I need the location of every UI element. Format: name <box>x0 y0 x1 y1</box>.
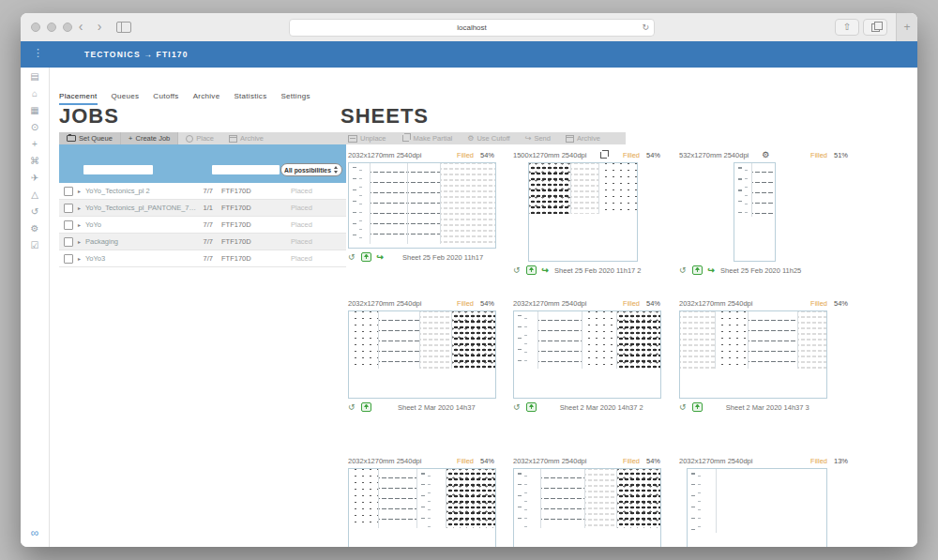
tab-archive[interactable]: Archive <box>193 92 220 105</box>
expand-caret-icon[interactable]: ▸ <box>78 188 85 194</box>
forward-icon[interactable]: ↪ <box>542 265 550 275</box>
sheet-card[interactable]: 1500x1270mm 2540dpiFilled54%↺↪Sheet 25 F… <box>506 149 672 275</box>
sheet-card[interactable]: 2032x1270mm 2540dpiFilled54%↺Sheet 2 Mar… <box>672 297 859 412</box>
job-row[interactable]: ▸YoYo7/7FTF170DPlaced <box>59 217 346 234</box>
sheets-make-partial-button[interactable]: Make Partial <box>394 132 461 144</box>
history-icon[interactable]: ↺ <box>348 252 356 262</box>
sheets-unplace-button[interactable]: Unplace <box>340 132 394 144</box>
sheet-preview[interactable] <box>679 310 827 399</box>
menu-kebab-icon[interactable]: ⋮ <box>33 47 43 59</box>
job-row[interactable]: ▸YoYo_Tectonics_pl_PANTONE_7626_C1/1FTF1… <box>59 200 346 217</box>
url-field[interactable]: localhost ↻ <box>289 19 655 37</box>
sheet-card[interactable]: 2032x1270mm 2540dpiFilled13% <box>672 455 859 547</box>
export-icon[interactable] <box>526 402 537 412</box>
sheet-preview[interactable] <box>734 162 776 262</box>
tab-overview-button[interactable] <box>863 19 887 36</box>
sheet-preview[interactable] <box>348 310 496 399</box>
job-name-filter-input[interactable] <box>83 165 153 174</box>
tasks-icon[interactable]: ☑ <box>21 237 49 253</box>
sheet-card[interactable]: 2032x1270mm 2540dpiFilled54% <box>340 455 506 547</box>
tab-queues[interactable]: Queues <box>112 92 140 105</box>
sheet-preview[interactable] <box>513 310 661 399</box>
jobs-archive-button[interactable]: Archive <box>221 132 271 144</box>
new-tab-button[interactable]: + <box>896 13 917 41</box>
register-icon[interactable]: + <box>21 136 49 152</box>
warning-icon[interactable]: △ <box>21 187 49 203</box>
link-icon[interactable]: ∞ <box>21 526 49 539</box>
job-checkbox[interactable] <box>64 187 73 196</box>
preview-column <box>570 163 598 214</box>
history-icon[interactable]: ↺ <box>513 265 521 275</box>
sheet-card[interactable]: 2032x1270mm 2540dpiFilled54%↺Sheet 2 Mar… <box>506 297 672 412</box>
print-icon[interactable]: ▦ <box>21 102 49 118</box>
history-icon[interactable]: ↺ <box>348 402 356 412</box>
send-icon: ↪ <box>525 134 532 143</box>
home-icon[interactable]: ⌂ <box>21 85 49 101</box>
tab-cutoffs[interactable]: Cutoffs <box>153 92 178 105</box>
job-checkbox[interactable] <box>64 220 73 230</box>
tab-settings[interactable]: Settings <box>280 92 310 105</box>
zoom-window-button[interactable] <box>63 23 72 32</box>
export-icon[interactable] <box>361 402 371 412</box>
power-icon[interactable]: ⊙ <box>21 119 49 135</box>
forward-icon[interactable]: ↪ <box>377 252 385 262</box>
share-button[interactable]: ⇧ <box>835 19 859 36</box>
sheets-use-cutoff-button[interactable]: ⚙Use Cutoff <box>460 132 517 144</box>
sheet-label: Sheet 2 Mar 2020 14h37 3 <box>708 403 827 412</box>
sheet-card[interactable]: 2032x1270mm 2540dpiFilled54%↺Sheet 2 Mar… <box>340 297 506 412</box>
preview-column <box>716 469 826 533</box>
sheet-card[interactable]: 2032x1270mm 2540dpiFilled54% <box>506 455 672 547</box>
history-icon[interactable]: ↺ <box>21 204 49 219</box>
job-row[interactable]: ▸YoYo_Tectonics_pl 27/7FTF170DPlaced <box>59 183 346 200</box>
tab-statistics[interactable]: Statistics <box>234 92 266 105</box>
sheet-card[interactable]: 532x1270mm 2540dpi⚙Filled51%↺↪Sheet 25 F… <box>672 149 859 275</box>
history-icon[interactable]: ↺ <box>513 402 521 412</box>
plane-icon[interactable]: ✈ <box>21 170 49 186</box>
expand-caret-icon[interactable]: ▸ <box>78 204 85 211</box>
sheet-preview[interactable] <box>348 162 496 249</box>
job-checkbox[interactable] <box>64 254 73 264</box>
jobs-set-queue-button[interactable]: Set Queue <box>59 132 121 144</box>
jobs-create-job-button[interactable]: +Create Job <box>121 132 178 144</box>
window-controls <box>31 23 72 32</box>
storage-icon[interactable]: ▤ <box>21 68 49 84</box>
tab-placement[interactable]: Placement <box>59 92 98 105</box>
history-icon[interactable]: ↺ <box>679 402 687 412</box>
sheet-preview[interactable] <box>348 468 496 547</box>
possibilities-select[interactable]: All possibilities <box>280 163 342 176</box>
sheet-preview[interactable] <box>528 162 638 262</box>
export-icon[interactable] <box>692 265 703 275</box>
job-device: FTF170D <box>221 220 274 229</box>
job-row[interactable]: ▸YoYo37/7FTF170DPlaced <box>59 250 346 267</box>
preview-column <box>748 311 797 369</box>
close-window-button[interactable] <box>31 23 40 32</box>
expand-caret-icon[interactable]: ▸ <box>78 221 85 228</box>
export-icon[interactable] <box>361 252 371 262</box>
job-device-filter-input[interactable] <box>212 165 280 174</box>
expand-caret-icon[interactable]: ▸ <box>78 255 85 262</box>
export-icon[interactable] <box>526 265 537 275</box>
jobs-place-button[interactable]: Place <box>178 132 221 144</box>
history-icon[interactable]: ↺ <box>679 265 687 275</box>
reload-icon[interactable]: ↻ <box>642 20 649 36</box>
workflow-icon[interactable]: ⌘ <box>21 153 49 169</box>
sheets-archive-button[interactable]: Archive <box>558 132 608 144</box>
sheets-send-button[interactable]: ↪Send <box>518 132 558 144</box>
sheet-preview[interactable] <box>513 468 661 547</box>
job-checkbox[interactable] <box>64 237 73 247</box>
back-button[interactable]: ‹ <box>73 18 88 35</box>
sheet-preview[interactable] <box>687 468 827 547</box>
sheet-card[interactable]: 2032x1270mm 2540dpiFilled54%↺↪Sheet 25 F… <box>340 149 506 275</box>
sheet-size: 1500x1270mm 2540dpi <box>513 151 586 159</box>
forward-icon[interactable]: ↪ <box>708 265 716 275</box>
expand-caret-icon[interactable]: ▸ <box>78 238 85 245</box>
minimize-window-button[interactable] <box>47 23 56 32</box>
job-checkbox[interactable] <box>64 204 73 213</box>
preview-column <box>378 469 416 528</box>
export-icon[interactable] <box>692 402 703 412</box>
main-content: PlacementQueuesCutoffsArchiveStatisticsS… <box>50 68 917 547</box>
job-row[interactable]: ▸Packaging7/7FTF170DPlaced <box>59 234 346 250</box>
sidebar-toggle-button[interactable] <box>116 22 131 33</box>
settings-icon[interactable]: ⚙ <box>21 220 49 236</box>
forward-button[interactable]: › <box>92 18 107 35</box>
